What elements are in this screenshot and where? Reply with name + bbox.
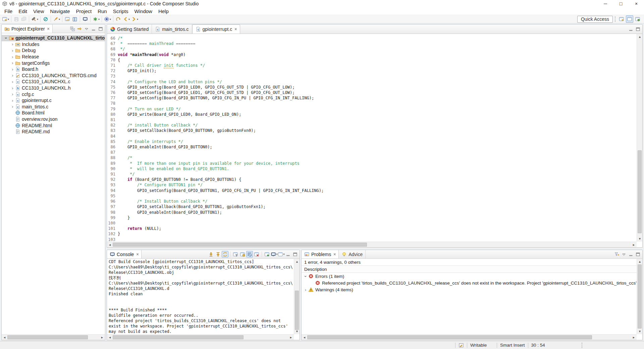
- scroll-right-icon[interactable]: ▶: [631, 242, 637, 248]
- dropdown-arrow-icon[interactable]: ▾: [8, 18, 9, 21]
- memory-browser-button[interactable]: ▾: [103, 15, 112, 23]
- console-horizontal-scrollbar[interactable]: ◀ ▶: [107, 334, 294, 340]
- tree-item-cc1310-launchxl-h[interactable]: ›hCC1310_LAUNCHXL.h: [2, 85, 105, 91]
- back-button[interactable]: ▾: [122, 15, 130, 23]
- scroll-up-icon[interactable]: ▲: [637, 34, 643, 40]
- scroll-lock-button[interactable]: [239, 251, 246, 257]
- scroll-to-top-button[interactable]: [215, 251, 221, 257]
- minimize-view-button[interactable]: [628, 251, 634, 257]
- word-wrap-button[interactable]: [246, 251, 253, 257]
- editor-tab-getting-started[interactable]: Getting Started: [107, 24, 152, 34]
- scrollbar-thumb[interactable]: [638, 150, 642, 234]
- maximize-view-button[interactable]: [635, 26, 641, 32]
- scroll-up-icon[interactable]: ▲: [294, 259, 300, 264]
- dropdown-arrow-icon[interactable]: ▾: [37, 18, 38, 21]
- tab-project-explorer[interactable]: Project Explorer ×: [2, 24, 53, 33]
- maximize-window-button[interactable]: □: [613, 0, 629, 7]
- scroll-left-icon[interactable]: ◀: [107, 242, 113, 248]
- minimize-view-button[interactable]: [628, 26, 634, 32]
- close-window-button[interactable]: ×: [629, 0, 644, 7]
- expand-arrow-icon[interactable]: ›: [10, 60, 15, 65]
- tree-item-readme-html[interactable]: README.html: [2, 122, 105, 129]
- minimize-window-button[interactable]: ─: [598, 0, 613, 7]
- editor-tab-main-tirtos-c[interactable]: cmain_tirtos.c: [152, 24, 192, 34]
- expand-arrow-icon[interactable]: ›: [10, 86, 15, 91]
- problems-horizontal-scrollbar[interactable]: ◀ ▶: [302, 334, 637, 340]
- tab-console[interactable]: Console ×: [107, 250, 142, 258]
- expand-arrow-icon[interactable]: ›: [10, 92, 15, 97]
- menu-run[interactable]: Run: [95, 7, 110, 15]
- ccs-debug-perspective-button[interactable]: [634, 15, 641, 23]
- tree-item-targetconfigs[interactable]: ›targetConfigs: [2, 60, 105, 66]
- tree-item-gpiointerrupt-cc1310-launchxl-tirtos-ccs[interactable]: ›gpiointerrupt_CC1310_LAUNCHXL_tirtos_cc…: [2, 35, 105, 41]
- tree-item-readme-md[interactable]: README.md: [2, 129, 105, 135]
- save-all-button[interactable]: [20, 15, 28, 23]
- tree-item-gpiointerrupt-c[interactable]: ›cgpiointerrupt.c: [2, 97, 105, 104]
- scroll-down-icon[interactable]: ▼: [637, 329, 643, 334]
- new-target-configuration-button[interactable]: [64, 15, 71, 23]
- dropdown-arrow-icon[interactable]: ▾: [98, 18, 100, 21]
- console-vertical-scrollbar[interactable]: ▲ ▼: [294, 259, 300, 334]
- expand-arrow-icon[interactable]: ›: [10, 42, 15, 47]
- maximize-view-button[interactable]: [292, 251, 299, 257]
- dropdown-arrow-icon[interactable]: ▾: [59, 18, 60, 21]
- link-with-editor-button[interactable]: [76, 26, 83, 32]
- scroll-right-icon[interactable]: ▶: [288, 335, 294, 340]
- dropdown-arrow-icon[interactable]: ▾: [137, 18, 138, 21]
- editor-tab-gpiointerrupt-c[interactable]: cgpiointerrupt.c×: [192, 24, 240, 34]
- tree-item-cc1310-launchxl-c[interactable]: ›cCC1310_LAUNCHXL.c: [2, 79, 105, 85]
- quick-access-button[interactable]: Quick Access: [577, 16, 613, 23]
- problems-group-error[interactable]: ›Errors (1 item): [302, 273, 642, 280]
- menu-help[interactable]: Help: [155, 7, 172, 15]
- dropdown-arrow-icon[interactable]: ▾: [283, 253, 285, 256]
- tab-problems[interactable]: Problems ×: [302, 250, 339, 258]
- expand-arrow-icon[interactable]: ›: [10, 79, 15, 84]
- menu-navigate[interactable]: Navigate: [47, 7, 73, 15]
- registers-button[interactable]: ▾: [92, 15, 100, 23]
- scrollbar-thumb[interactable]: [113, 243, 367, 247]
- expand-arrow-icon[interactable]: ›: [10, 98, 15, 103]
- expand-arrow-icon[interactable]: ›: [10, 48, 15, 53]
- menu-file[interactable]: File: [1, 7, 15, 15]
- tree-item-board-h[interactable]: ›hBoard.h: [2, 66, 105, 72]
- open-perspective-button[interactable]: [618, 15, 625, 23]
- tree-item-includes[interactable]: ›Includes: [2, 41, 105, 48]
- scroll-right-icon[interactable]: ▶: [631, 335, 637, 340]
- view-menu-button[interactable]: [83, 26, 90, 32]
- scroll-down-icon[interactable]: ▼: [637, 236, 643, 242]
- expand-arrow-icon[interactable]: ›: [10, 54, 15, 59]
- scroll-up-icon[interactable]: ▲: [637, 259, 643, 264]
- expand-arrow-icon[interactable]: ›: [303, 274, 308, 279]
- close-tab-icon[interactable]: ×: [234, 27, 237, 32]
- expand-arrow-icon[interactable]: ›: [303, 287, 308, 292]
- scrollbar-thumb[interactable]: [7, 335, 88, 339]
- scrollbar-thumb[interactable]: [307, 335, 592, 339]
- display-selected-console-button[interactable]: ▾: [271, 251, 277, 257]
- editor-vertical-scrollbar[interactable]: ▲ ▼: [637, 34, 642, 242]
- console-output[interactable]: CDT Build Console [gpiointerrupt_CC1310_…: [107, 259, 294, 334]
- flash-button[interactable]: ▾: [52, 15, 61, 23]
- menu-scripts[interactable]: Scripts: [110, 7, 131, 15]
- scrollbar-thumb[interactable]: [638, 264, 642, 329]
- minimize-view-button[interactable]: [90, 26, 97, 32]
- code-area[interactable]: 66/*67 * ======== mainThread ========68 …: [107, 34, 637, 242]
- expand-arrow-icon[interactable]: ›: [10, 67, 15, 72]
- tree-item-debug[interactable]: ›Debug: [2, 47, 105, 54]
- problems-item[interactable]: Referenced project 'tirtos_builds_CC1310…: [302, 280, 642, 286]
- clear-console-button[interactable]: [253, 251, 260, 257]
- build-button[interactable]: ▾: [31, 15, 39, 23]
- forward-button[interactable]: ▾: [130, 15, 139, 23]
- scroll-to-bottom-button[interactable]: [208, 251, 214, 257]
- expand-arrow-icon[interactable]: ›: [4, 36, 9, 41]
- debug-button[interactable]: [42, 15, 49, 23]
- close-view-icon[interactable]: ×: [333, 252, 336, 257]
- tree-item-ccfg-c[interactable]: ›cccfg.c: [2, 91, 105, 97]
- maximize-view-button[interactable]: [97, 26, 104, 32]
- description-column-header[interactable]: Description: [302, 266, 642, 273]
- problems-vertical-scrollbar[interactable]: ▲ ▼: [637, 259, 642, 334]
- tree-item-overview-rov-json[interactable]: overview.rov.json: [2, 116, 105, 122]
- minimize-view-button[interactable]: [285, 251, 291, 257]
- expand-arrow-icon[interactable]: ›: [10, 104, 15, 109]
- scrollbar-thumb[interactable]: [113, 335, 244, 339]
- scroll-right-icon[interactable]: ▶: [99, 335, 105, 340]
